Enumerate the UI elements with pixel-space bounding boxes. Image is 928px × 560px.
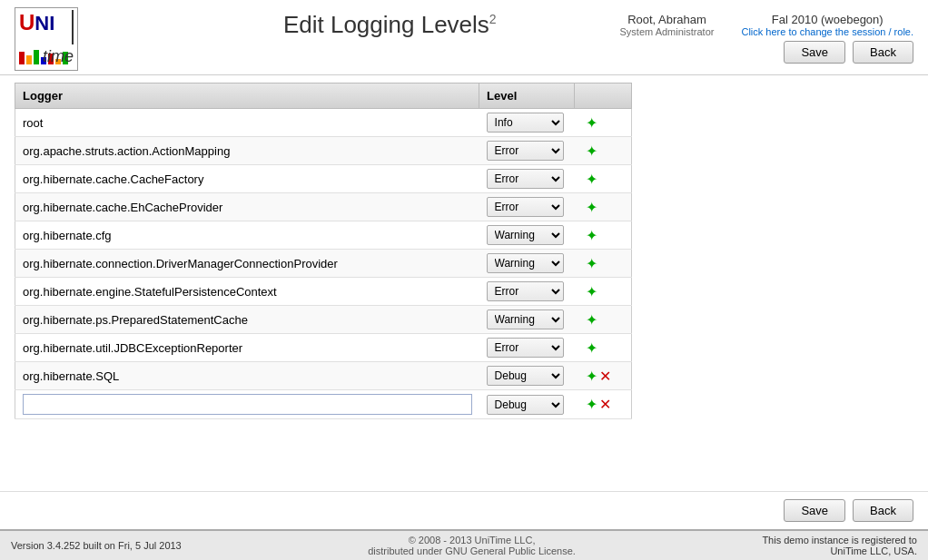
add-row-icon[interactable]: ✦ (586, 143, 597, 159)
actions-cell: ✦ (575, 109, 632, 137)
logo-box: UNI time (15, 7, 78, 71)
level-cell: DebugInfoWarningErrorFatal (479, 362, 575, 390)
table-row: org.hibernate.cache.EhCacheProviderDebug… (15, 193, 632, 221)
level-select[interactable]: DebugInfoWarningErrorFatal (487, 197, 564, 217)
level-cell: DebugInfoWarningErrorFatal (479, 278, 575, 306)
logger-cell: org.hibernate.engine.StatefulPersistence… (15, 278, 479, 306)
actions-cell: ✦✕ (575, 362, 632, 390)
user-block: Root, Abraham System Administrator (620, 13, 715, 37)
user-name: Root, Abraham (620, 13, 715, 26)
logo-time-text: time (43, 47, 74, 66)
user-info: Root, Abraham System Administrator Fal 2… (620, 13, 913, 37)
add-row-icon[interactable]: ✦ (586, 284, 597, 300)
logger-cell: org.hibernate.cache.EhCacheProvider (15, 193, 479, 221)
page-title-sup: 2 (489, 12, 497, 26)
table-row: org.hibernate.engine.StatefulPersistence… (15, 278, 632, 306)
logo-vbar (72, 10, 74, 44)
footer-copyright-line2: distributed under GNU General Public Lic… (368, 545, 576, 556)
logger-cell: org.hibernate.cfg (15, 221, 479, 250)
session-link[interactable]: Click here to change the session / role. (741, 26, 913, 37)
logo-area: UNI time (15, 7, 160, 71)
level-select[interactable]: DebugInfoWarningErrorFatal (487, 395, 564, 415)
level-select[interactable]: DebugInfoWarningErrorFatal (487, 253, 564, 273)
actions-cell: ✦ (575, 334, 632, 362)
level-select[interactable]: DebugInfoWarningErrorFatal (487, 366, 564, 386)
header: UNI time Edit Logging Levels2 Root, Abra… (0, 0, 928, 75)
level-select[interactable]: DebugInfoWarningErrorFatal (487, 141, 564, 161)
user-role: System Administrator (620, 26, 715, 37)
actions-cell: ✦✕ (575, 390, 632, 419)
add-row-icon[interactable]: ✦ (586, 200, 597, 215)
new-logger-input[interactable] (23, 394, 472, 415)
table-row: DebugInfoWarningErrorFatal✦✕ (15, 390, 632, 419)
table-row: org.apache.struts.action.ActionMappingDe… (15, 137, 632, 165)
add-row-icon[interactable]: ✦ (586, 368, 597, 384)
remove-row-icon[interactable]: ✕ (599, 368, 611, 384)
actions-cell: ✦ (575, 278, 632, 306)
logger-cell (15, 390, 479, 419)
page-title-text: Edit Logging Levels (283, 11, 489, 38)
footer-demo-line1: This demo instance is registered to (762, 535, 917, 545)
level-cell: DebugInfoWarningErrorFatal (479, 193, 575, 221)
actions-cell: ✦ (575, 193, 632, 221)
table-body: rootDebugInfoWarningErrorFatal✦org.apach… (15, 109, 632, 419)
col-level-header: Level (479, 84, 575, 109)
logger-cell: org.hibernate.cache.CacheFactory (15, 165, 479, 193)
level-cell: DebugInfoWarningErrorFatal (479, 250, 575, 278)
level-select[interactable]: DebugInfoWarningErrorFatal (487, 338, 564, 358)
table-row: org.hibernate.util.JDBCExceptionReporter… (15, 334, 632, 362)
footer-version: Version 3.4.252 built on Fri, 5 Jul 2013 (11, 540, 182, 551)
level-cell: DebugInfoWarningErrorFatal (479, 165, 575, 193)
add-row-icon[interactable]: ✦ (586, 115, 597, 131)
table-row: org.hibernate.ps.PreparedStatementCacheD… (15, 306, 632, 334)
add-row-icon[interactable]: ✦ (586, 340, 597, 356)
logger-cell: org.hibernate.ps.PreparedStatementCache (15, 306, 479, 334)
add-row-icon[interactable]: ✦ (586, 172, 597, 187)
session-name: Fal 2010 (woebegon) (741, 13, 913, 26)
title-area: Edit Logging Levels2 (160, 7, 620, 39)
logger-cell: org.hibernate.util.JDBCExceptionReporter (15, 334, 479, 362)
logger-cell: org.hibernate.connection.DriverManagerCo… (15, 250, 479, 278)
header-save-button[interactable]: Save (784, 41, 845, 64)
actions-cell: ✦ (575, 250, 632, 278)
footer: Version 3.4.252 built on Fri, 5 Jul 2013… (0, 529, 928, 560)
table-row: org.hibernate.cfgDebugInfoWarningErrorFa… (15, 221, 632, 250)
add-row-icon[interactable]: ✦ (586, 397, 597, 412)
bottom-back-button[interactable]: Back (853, 499, 913, 522)
footer-copyright: © 2008 - 2013 UniTime LLC, distributed u… (368, 535, 576, 556)
logger-cell: org.hibernate.SQL (15, 362, 479, 390)
logo-uni-text: UNI (19, 12, 54, 34)
logger-cell: root (15, 109, 479, 137)
level-cell: DebugInfoWarningErrorFatal (479, 334, 575, 362)
level-select[interactable]: DebugInfoWarningErrorFatal (487, 225, 564, 245)
table-header-row: Logger Level (15, 84, 632, 109)
table-row: org.hibernate.SQLDebugInfoWarningErrorFa… (15, 362, 632, 390)
col-logger-header: Logger (15, 84, 479, 109)
add-row-icon[interactable]: ✦ (586, 256, 597, 271)
level-cell: DebugInfoWarningErrorFatal (479, 221, 575, 250)
header-action-buttons: Save Back (784, 41, 913, 64)
level-cell: DebugInfoWarningErrorFatal (479, 137, 575, 165)
level-select[interactable]: DebugInfoWarningErrorFatal (487, 309, 564, 329)
footer-demo: This demo instance is registered to UniT… (762, 535, 917, 556)
level-select[interactable]: DebugInfoWarningErrorFatal (487, 169, 564, 189)
header-back-button[interactable]: Back (853, 41, 913, 64)
add-row-icon[interactable]: ✦ (586, 228, 597, 243)
level-cell: DebugInfoWarningErrorFatal (479, 306, 575, 334)
remove-row-icon[interactable]: ✕ (599, 397, 611, 412)
table-row: org.hibernate.cache.CacheFactoryDebugInf… (15, 165, 632, 193)
level-cell: DebugInfoWarningErrorFatal (479, 109, 575, 137)
level-select[interactable]: DebugInfoWarningErrorFatal (487, 113, 564, 133)
actions-cell: ✦ (575, 165, 632, 193)
table-row: rootDebugInfoWarningErrorFatal✦ (15, 109, 632, 137)
session-block: Fal 2010 (woebegon) Click here to change… (741, 13, 913, 37)
user-area: Root, Abraham System Administrator Fal 2… (620, 7, 913, 64)
bottom-save-button[interactable]: Save (784, 499, 845, 522)
col-actions-header (575, 84, 632, 109)
table-row: org.hibernate.connection.DriverManagerCo… (15, 250, 632, 278)
content: Logger Level rootDebugInfoWarningErrorFa… (0, 75, 928, 491)
add-row-icon[interactable]: ✦ (586, 312, 597, 328)
bottom-buttons: Save Back (0, 491, 928, 529)
level-select[interactable]: DebugInfoWarningErrorFatal (487, 281, 564, 301)
logging-table: Logger Level rootDebugInfoWarningErrorFa… (15, 83, 632, 419)
